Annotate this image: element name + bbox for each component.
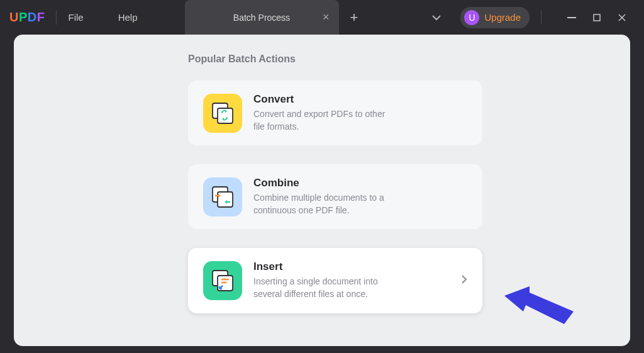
tab-title: Batch Process [233, 13, 290, 23]
tab-area: Batch Process × + [185, 0, 358, 35]
combine-icon [203, 177, 242, 216]
annotation-arrow-icon [504, 286, 574, 324]
main-content: Popular Batch Actions Convert Convert an… [14, 35, 630, 346]
right-controls: U Upgrade [431, 5, 635, 30]
tab-batch-process[interactable]: Batch Process × [185, 0, 339, 35]
action-card-insert[interactable]: Insert Inserting a single document into … [188, 248, 482, 313]
menu-help[interactable]: Help [118, 12, 138, 23]
titlebar: U P D F File Help Batch Process × + U Up… [0, 0, 644, 35]
svg-rect-1 [594, 14, 600, 21]
section-title: Popular Batch Actions [188, 53, 482, 65]
separator [56, 11, 57, 25]
upgrade-label: Upgrade [484, 12, 521, 23]
action-card-combine[interactable]: Combine Combine multiple documents to a … [188, 164, 482, 229]
logo-letter-f: F [37, 10, 45, 25]
card-text: Insert Inserting a single document into … [253, 261, 461, 300]
separator [541, 11, 541, 25]
card-title: Combine [253, 177, 467, 189]
chevron-right-icon [461, 273, 467, 288]
minimize-button[interactable] [559, 5, 584, 30]
convert-icon [203, 94, 242, 133]
card-desc: Combine multiple documents to a continuo… [253, 192, 398, 216]
card-title: Insert [253, 261, 461, 273]
section-container: Popular Batch Actions Convert Convert an… [188, 53, 482, 313]
card-title: Convert [253, 93, 467, 106]
close-icon[interactable]: × [323, 11, 330, 24]
card-desc: Convert and export PDFs to other file fo… [253, 108, 398, 133]
card-text: Combine Combine multiple documents to a … [253, 177, 467, 216]
window-controls [559, 5, 635, 30]
action-card-convert[interactable]: Convert Convert and export PDFs to other… [188, 81, 482, 145]
close-button[interactable] [609, 5, 635, 30]
app-logo: U P D F [9, 10, 45, 25]
logo-letter-p: P [19, 10, 28, 25]
upgrade-button[interactable]: U Upgrade [460, 7, 530, 28]
svg-rect-5 [218, 192, 233, 207]
logo-letter-u: U [9, 10, 19, 25]
card-text: Convert Convert and export PDFs to other… [253, 93, 467, 133]
insert-icon [203, 261, 242, 300]
logo-letter-d: D [28, 10, 37, 25]
svg-rect-0 [567, 17, 576, 18]
maximize-button[interactable] [584, 5, 609, 30]
avatar: U [464, 10, 479, 25]
card-desc: Inserting a single document into several… [253, 276, 398, 300]
chevron-down-icon[interactable] [431, 12, 441, 23]
add-tab-button[interactable]: + [350, 9, 358, 26]
menu-file[interactable]: File [68, 12, 83, 23]
